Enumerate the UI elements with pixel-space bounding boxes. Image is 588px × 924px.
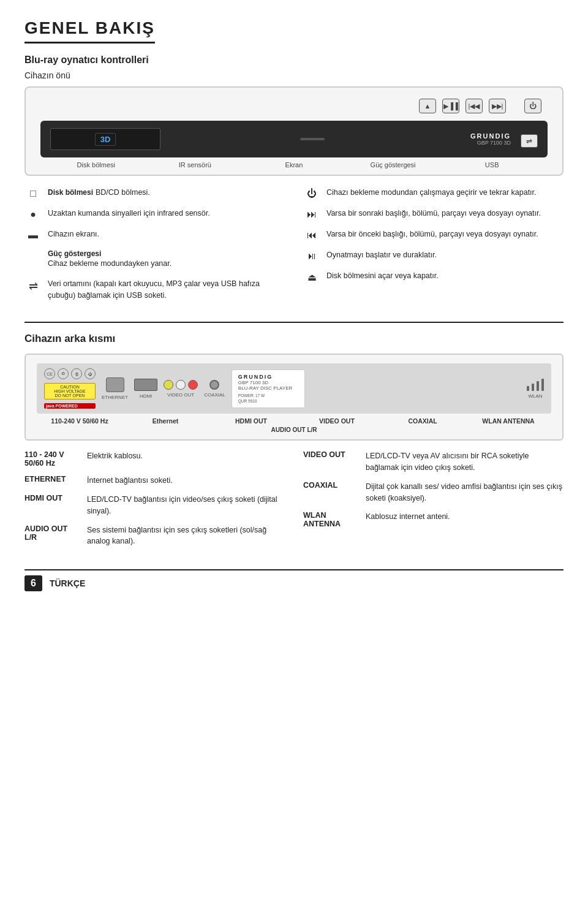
weee-icon: 🗑: [71, 368, 82, 379]
play-pause-icon: ⏯: [303, 249, 320, 262]
rca-yellow-port: [164, 380, 173, 390]
voltage-value: Elektrik kablosu.: [87, 450, 143, 462]
spec-video-out: VIDEO OUT LED/LCD-TV veya AV alıcısını b…: [303, 450, 564, 474]
page-number: 6: [24, 575, 42, 591]
ethernet-port-icon: [106, 377, 124, 392]
rca-red-port: [188, 380, 198, 390]
spec-audio-out: AUDIO OUT L/R Ses sistemi bağlantısı içi…: [24, 524, 285, 548]
feature-eject: ⏏ Disk bölmesini açar veya kapatır.: [303, 270, 564, 283]
voltage-label: 110 - 240 V 50/60 Hz: [24, 450, 80, 468]
ir-text: Uzaktan kumanda sinyalleri için infrared…: [48, 208, 210, 219]
back-label-coaxial: COAXIAL: [380, 417, 466, 425]
caution-label: CAUTIONHIGH VOLTAGEDO NOT OPEN: [44, 383, 96, 400]
skip-prev-btn-icon: |◀◀: [466, 99, 483, 113]
video-out-spec-value: LED/LCD-TV veya AV alıcısını bir RCA sok…: [366, 450, 564, 474]
ir-icon: ●: [24, 208, 42, 220]
disk-icon: □: [24, 187, 42, 199]
rca-ports: [164, 380, 198, 390]
audio-out-spec-value: Ses sistemi bağlantısı için ses çıkış so…: [87, 524, 285, 548]
eject-text: Disk bölmesini açar veya kapatır.: [326, 270, 439, 282]
feature-usb: ⇌ Veri ortamını (kapalı kart okuyucu, MP…: [24, 278, 285, 301]
spec-coaxial: COAXIAL Dijital çok kanallı ses/ video a…: [303, 481, 564, 504]
wlan-spec-value: Kablosuz internet anteni.: [366, 511, 450, 523]
audio-out-label: AUDIO OUT L/R: [37, 426, 551, 433]
coaxial-port-icon: [209, 380, 219, 390]
blu-ray-subtitle: Blu-ray oynatıcı kontrolleri: [24, 55, 564, 66]
front-features-left: □ Disk bölmesi BD/CD bölmesi. ● Uzaktan …: [24, 187, 285, 308]
back-labels-row: 110-240 V 50/60 Hz Ethernet HDMI OUT VID…: [37, 417, 551, 425]
front-label-disk: Disk bölmesi: [47, 161, 146, 169]
spec-voltage: 110 - 240 V 50/60 Hz Elektrik kablosu.: [24, 450, 285, 468]
feature-screen: ▬ Cihazın ekranı.: [24, 229, 285, 241]
next-text: Varsa bir sonraki başlığı, bölümü, parça…: [326, 208, 541, 219]
device-front-illustration: ▲ ▶▐▐ |◀◀ ▶▶| ⏻ 3D GRUNDIG GBP 7100 3D ⇌…: [24, 86, 564, 176]
front-label-ir: IR sensörü: [146, 161, 245, 169]
screen-text: Cihazın ekranı.: [48, 229, 99, 240]
sticker-brand: GRUNDIG: [238, 374, 298, 380]
front-label-guc: Güç göstergesi: [344, 161, 443, 169]
back-section-title: Cihazın arka kısmı: [24, 333, 564, 345]
wlan-area: WLAN: [527, 379, 544, 399]
recyc-icon: ♻: [58, 368, 69, 379]
eject-icon: ⏏: [303, 270, 320, 283]
disk-slot: 3D: [50, 128, 160, 150]
eject-btn-icon: ▲: [419, 99, 436, 113]
usb-port-icon: ⇌: [521, 134, 538, 148]
usb-text: Veri ortamını (kapalı kart okuyucu, MP3 …: [48, 278, 285, 301]
back-label-power: 110-240 V 50/60 Hz: [37, 417, 123, 425]
ce-icon: CE: [44, 368, 55, 379]
spec-ethernet: ETHERNET İnternet bağlantısı soketi.: [24, 475, 285, 487]
rca-white-port: [176, 380, 186, 390]
grundig-sticker: GRUNDIG GBP 7100 3DBLU-RAY DISC PLAYER P…: [232, 369, 305, 408]
back-specs-right-col: VIDEO OUT LED/LCD-TV veya AV alıcısını b…: [303, 450, 564, 555]
page-footer: 6 TÜRKÇE: [24, 569, 564, 591]
front-features-right: ⏻ Cihazı bekleme modundan çalışmaya geçi…: [303, 187, 564, 308]
wlan-spec-label: WLANANTENNA: [303, 511, 358, 528]
coaxial-spec-value: Dijital çok kanallı ses/ video amfisi ba…: [366, 481, 564, 504]
wlan-text-small: WLAN: [528, 393, 542, 399]
ant-bar-3: [537, 381, 539, 391]
skip-next-btn-icon: ▶▶|: [489, 99, 506, 113]
ethernet-text-small: ETHERNET: [102, 395, 128, 400]
feature-prev: ⏮ Varsa bir önceki başlığı, bölümü, parç…: [303, 229, 564, 241]
front-section-label: Cihazın önü: [24, 70, 564, 80]
sticker-model: GBP 7100 3DBLU-RAY DISC PLAYER: [238, 380, 298, 391]
cert-icons: CE ♻ 🗑 ⏻: [44, 368, 96, 379]
front-features-grid: □ Disk bölmesi BD/CD bölmesi. ● Uzaktan …: [24, 187, 564, 308]
power-text: Cihazı bekleme modundan çalışmaya geçiri…: [326, 187, 537, 199]
spec-wlan: WLANANTENNA Kablosuz internet anteni.: [303, 511, 564, 528]
front-label-usb: USB: [442, 161, 541, 169]
front-labels-row: Disk bölmesi IR sensörü Ekran Güç göster…: [40, 161, 548, 169]
ethernet-label: ETHERNET: [24, 475, 80, 483]
back-label-hdmi: HDMI OUT: [208, 417, 294, 425]
power-indicator-icon: [24, 249, 42, 251]
footer-language: TÜRKÇE: [50, 578, 85, 588]
power-indicator-label: Güç göstergesi: [48, 249, 172, 258]
back-device-body: CE ♻ 🗑 ⏻ CAUTIONHIGH VOLTAGEDO NOT OPEN …: [37, 363, 551, 414]
hdmi-label: HDMI OUT: [24, 494, 80, 502]
next-icon: ⏭: [303, 208, 320, 220]
page-title: GENEL BAKIŞ: [24, 18, 155, 44]
back-specs-left-col: 110 - 240 V 50/60 Hz Elektrik kablosu. E…: [24, 450, 285, 555]
back-cert-area: CE ♻ 🗑 ⏻ CAUTIONHIGH VOLTAGEDO NOT OPEN …: [44, 368, 96, 409]
java-badge: java POWERED: [44, 403, 96, 409]
device-back-illustration: CE ♻ 🗑 ⏻ CAUTIONHIGH VOLTAGEDO NOT OPEN …: [24, 354, 564, 441]
power-indicator-text: Cihaz bekleme modundayken yanar.: [48, 258, 172, 270]
display-3d: 3D: [95, 133, 116, 146]
feature-ir: ● Uzaktan kumanda sinyalleri için infrar…: [24, 208, 285, 220]
back-label-wlan: WLAN ANTENNA: [466, 417, 551, 425]
feature-power-indicator: Güç göstergesi Cihaz bekleme modundayken…: [24, 249, 285, 270]
back-label-ethernet: Ethernet: [123, 417, 208, 425]
ant-bar-1: [527, 386, 529, 391]
video-out-text-small: VIDEO OUT: [167, 392, 194, 398]
ant-bar-2: [532, 384, 534, 391]
back-specs-grid: 110 - 240 V 50/60 Hz Elektrik kablosu. E…: [24, 450, 564, 555]
ant-bar-4: [541, 379, 544, 391]
feature-play-pause: ⏯ Oynatmayı başlatır ve duraklatır.: [303, 249, 564, 262]
prev-text: Varsa bir önceki başlığı, bölümü, parçay…: [326, 229, 538, 240]
hdmi-value: LED/LCD-TV bağlantısı için video/ses çık…: [87, 494, 285, 517]
feature-disk: □ Disk bölmesi BD/CD bölmesi.: [24, 187, 285, 199]
feature-power: ⏻ Cihazı bekleme modundan çalışmaya geçi…: [303, 187, 564, 199]
back-label-video-out: VIDEO OUT: [294, 417, 380, 425]
prev-icon: ⏮: [303, 229, 320, 241]
